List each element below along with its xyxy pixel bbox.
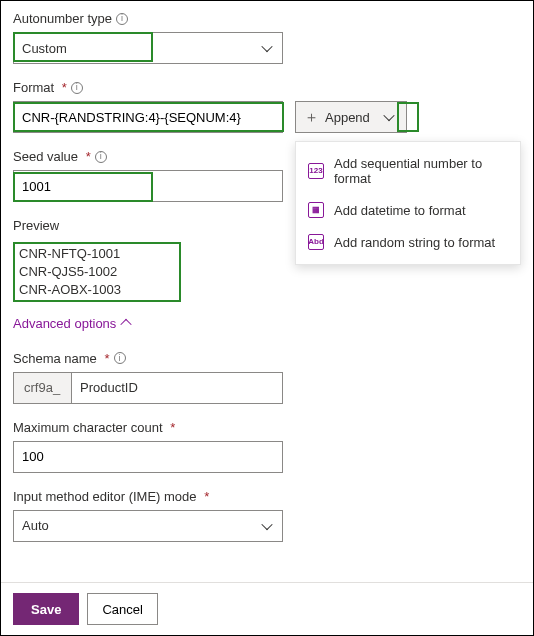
menu-add-sequential[interactable]: 123 Add sequential number to format [296, 148, 520, 194]
advanced-options-toggle[interactable]: Advanced options [13, 316, 521, 331]
chevron-down-icon[interactable] [380, 113, 398, 121]
preview-box: CNR-NFTQ-1001 CNR-QJS5-1002 CNR-AOBX-100… [13, 239, 181, 306]
ime-mode-label: Input method editor (IME) mode * [13, 489, 521, 504]
schema-value[interactable]: ProductID [72, 373, 282, 403]
chevron-up-icon [122, 319, 130, 327]
format-label: Format * i [13, 80, 521, 95]
format-input[interactable] [13, 101, 283, 133]
append-button[interactable]: ＋ Append [295, 101, 407, 133]
info-icon: i [116, 13, 128, 25]
schema-name-input[interactable]: crf9a_ ProductID [13, 372, 283, 404]
max-char-count-input[interactable] [13, 441, 283, 473]
string-icon: Abd [308, 234, 324, 250]
menu-add-datetime[interactable]: ▦ Add datetime to format [296, 194, 520, 226]
plus-icon: ＋ [304, 108, 319, 127]
menu-add-randomstring[interactable]: Abd Add random string to format [296, 226, 520, 258]
schema-prefix: crf9a_ [14, 373, 72, 403]
calendar-icon: ▦ [308, 202, 324, 218]
footer: Save Cancel [1, 582, 533, 635]
seed-value-input[interactable] [13, 170, 283, 202]
info-icon: i [71, 82, 83, 94]
ime-mode-select[interactable]: Auto [13, 510, 283, 542]
info-icon: i [95, 151, 107, 163]
autonumber-type-select[interactable]: Custom [13, 32, 283, 64]
cancel-button[interactable]: Cancel [87, 593, 157, 625]
save-button[interactable]: Save [13, 593, 79, 625]
max-char-count-label: Maximum character count * [13, 420, 521, 435]
number-icon: 123 [308, 163, 324, 179]
autonumber-type-label: Autonumber type i [13, 11, 521, 26]
append-menu: 123 Add sequential number to format ▦ Ad… [295, 141, 521, 265]
info-icon: i [114, 352, 126, 364]
chevron-down-icon [262, 43, 272, 53]
schema-name-label: Schema name * i [13, 351, 521, 366]
chevron-down-icon [262, 521, 272, 531]
